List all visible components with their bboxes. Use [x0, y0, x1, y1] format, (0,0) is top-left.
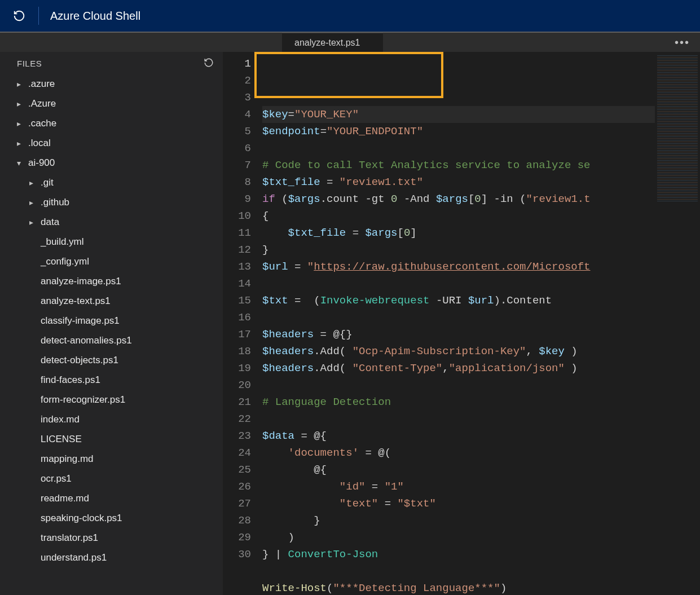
code-line: } [262, 512, 655, 529]
code-line: $endpoint="YOUR_ENDPOINT" [262, 123, 655, 140]
line-number: 17 [223, 326, 251, 343]
tree-item[interactable]: readme.md [0, 488, 223, 508]
tree-item[interactable]: find-faces.ps1 [0, 370, 223, 390]
line-number: 11 [223, 224, 251, 241]
tree-item-label: _build.yml [41, 236, 84, 248]
tree-item[interactable]: translator.ps1 [0, 528, 223, 548]
code-line: $data = @{ [262, 427, 655, 444]
code-line: Write-Host("***Detecting Language***") [262, 580, 655, 595]
code-line: $url = "https://raw.githubusercontent.co… [262, 258, 655, 275]
tree-item-label: detect-anomalies.ps1 [41, 335, 132, 346]
code-line: # Language Detection [262, 394, 655, 411]
tree-item-label: form-recognizer.ps1 [41, 394, 125, 406]
code-line: { [262, 208, 655, 224]
minimap-content [657, 55, 698, 202]
tree-item-label: _config.yml [41, 256, 89, 267]
code-line: 'documents' = @( [262, 444, 655, 461]
tree-item[interactable]: speaking-clock.ps1 [0, 508, 223, 528]
tree-item[interactable]: .github [0, 192, 223, 212]
tree-item-label: understand.ps1 [41, 552, 107, 563]
more-icon[interactable]: ••• [675, 33, 700, 52]
line-number: 12 [223, 241, 251, 258]
chevron-icon [29, 198, 36, 207]
line-number: 5 [223, 123, 251, 140]
tree-item[interactable]: .git [0, 173, 223, 192]
code-line: $txt_file = $args[0] [262, 224, 655, 241]
code-line: $headers.Add( "Content-Type","applicatio… [262, 360, 655, 377]
line-number: 3 [223, 89, 251, 106]
tree-item[interactable]: analyze-text.ps1 [0, 291, 223, 311]
refresh-icon[interactable] [11, 8, 27, 24]
tree-item[interactable]: data [0, 212, 223, 232]
refresh-files-icon[interactable] [204, 58, 214, 69]
tree-item-label: translator.ps1 [41, 532, 98, 544]
tree-item[interactable]: _config.yml [0, 252, 223, 271]
minimap[interactable] [655, 52, 700, 595]
line-number: 16 [223, 309, 251, 326]
code-content[interactable]: $key="YOUR_KEY"$endpoint="YOUR_ENDPOINT"… [262, 52, 655, 595]
editor[interactable]: 1234567891011121314151617181920212223242… [223, 52, 700, 595]
tree-item[interactable]: .azure [0, 74, 223, 94]
code-line [262, 411, 655, 427]
line-number: 14 [223, 275, 251, 292]
tree-item[interactable]: analyze-image.ps1 [0, 271, 223, 291]
code-line [262, 377, 655, 394]
tree-item-label: .azure [28, 78, 55, 90]
code-line: } [262, 241, 655, 258]
tree-item-label: .local [28, 138, 51, 149]
tree-item[interactable]: _build.yml [0, 232, 223, 252]
line-gutter: 1234567891011121314151617181920212223242… [223, 52, 262, 595]
line-number: 1 [223, 55, 251, 72]
code-line: } | ConvertTo-Json [262, 546, 655, 563]
tree-item[interactable]: detect-anomalies.ps1 [0, 330, 223, 350]
code-line: # Code to call Text Analytics service to… [262, 157, 655, 174]
tree-item[interactable]: classify-image.ps1 [0, 311, 223, 330]
code-line: ) [262, 529, 655, 546]
code-line: @{ [262, 461, 655, 478]
line-number: 27 [223, 495, 251, 512]
code-line: if ($args.count -gt 0 -And $args[0] -in … [262, 191, 655, 208]
tree-item-label: mapping.md [41, 453, 94, 465]
tree-item[interactable]: index.md [0, 409, 223, 429]
line-number: 30 [223, 546, 251, 563]
tree-item[interactable]: form-recognizer.ps1 [0, 390, 223, 409]
line-number: 25 [223, 461, 251, 478]
tree-item[interactable]: .cache [0, 113, 223, 133]
line-number: 2 [223, 72, 251, 89]
tree-item[interactable]: ai-900 [0, 153, 223, 173]
tree-item[interactable]: LICENSE [0, 429, 223, 449]
code-line: "id" = "1" [262, 478, 655, 495]
line-number: 22 [223, 411, 251, 427]
line-number: 28 [223, 512, 251, 529]
line-number: 6 [223, 140, 251, 157]
tree-item[interactable]: detect-objects.ps1 [0, 350, 223, 370]
tree-item[interactable]: .Azure [0, 94, 223, 113]
tree-item[interactable]: mapping.md [0, 449, 223, 469]
line-number: 21 [223, 394, 251, 411]
tree-item-label: data [41, 217, 59, 228]
chevron-icon [17, 158, 24, 168]
code-line: $headers.Add( "Ocp-Apim-Subscription-Key… [262, 343, 655, 360]
tree-item[interactable]: ocr.ps1 [0, 469, 223, 488]
file-tree: .azure.Azure.cache.localai-900.git.githu… [0, 73, 223, 568]
line-number: 9 [223, 191, 251, 208]
tree-item-label: analyze-text.ps1 [41, 296, 111, 307]
line-number: 7 [223, 157, 251, 174]
chevron-icon [17, 139, 24, 148]
tree-item-label: LICENSE [41, 434, 82, 445]
line-number: 29 [223, 529, 251, 546]
tree-item-label: readme.md [41, 493, 89, 504]
chevron-icon [29, 218, 36, 227]
tree-item-label: .Azure [28, 98, 56, 109]
line-number: 23 [223, 427, 251, 444]
tree-item[interactable]: .local [0, 133, 223, 153]
tab-active[interactable]: analyze-text.ps1 [282, 33, 383, 52]
tree-item[interactable]: understand.ps1 [0, 548, 223, 567]
code-line [262, 140, 655, 157]
line-number: 20 [223, 377, 251, 394]
chevron-icon [17, 99, 24, 108]
code-line: $txt_file = "review1.txt" [262, 174, 655, 191]
line-number: 10 [223, 208, 251, 224]
chevron-icon [17, 80, 24, 89]
header-divider [38, 7, 39, 25]
